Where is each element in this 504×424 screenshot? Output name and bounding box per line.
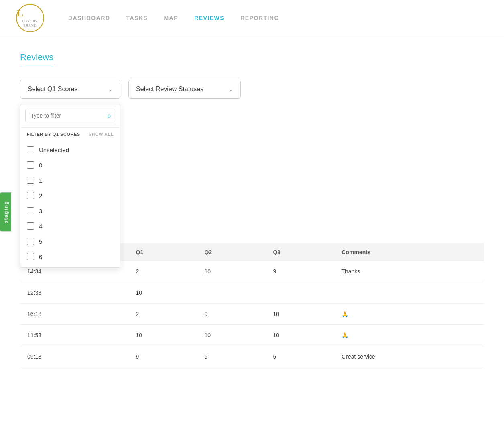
cell-q3: 6: [266, 346, 334, 367]
nav-link-map[interactable]: MAP: [164, 15, 178, 21]
logo-circle: L LUXURY BRAND: [16, 4, 44, 32]
table-row: 09:13 9 9 6 Great service: [20, 346, 484, 367]
table-row: 16:18 2 9 10 🙏: [20, 304, 484, 325]
checkbox-label-4: 4: [39, 223, 42, 230]
checkbox-label-6: 6: [39, 253, 42, 260]
nav-item-map[interactable]: MAP: [164, 14, 178, 22]
cell-q2: [197, 282, 266, 304]
logo: L LUXURY BRAND: [16, 4, 44, 32]
checkbox-item-4[interactable]: 4: [20, 218, 120, 234]
checkbox-unselected[interactable]: [27, 146, 34, 153]
cell-q1: 2: [129, 304, 197, 325]
cell-date: 09:13: [20, 346, 129, 367]
review-statuses-dropdown-button[interactable]: Select Review Statuses ⌄: [128, 80, 241, 99]
checkbox-label-3: 3: [39, 208, 42, 214]
checkbox-item-6[interactable]: 6: [20, 249, 120, 264]
nav-link-reviews[interactable]: REVIEWS: [194, 15, 224, 21]
cell-comments: Great service: [334, 346, 484, 367]
cell-comments: 🙏: [334, 325, 484, 346]
q1-scores-dropdown-label: Select Q1 Scores: [28, 86, 78, 93]
q1-chevron-down-icon: ⌄: [108, 86, 113, 92]
staging-badge: staging: [0, 193, 11, 232]
cell-q1: 2: [129, 261, 197, 282]
nav-link-tasks[interactable]: TASKS: [126, 15, 148, 21]
nav-item-reviews[interactable]: REVIEWS: [194, 14, 224, 22]
main-content: Reviews Select Q1 Scores ⌄ ⌕ FILTER BY Q…: [0, 36, 504, 383]
filter-header: FILTER BY Q1 SCORES SHOW ALL: [20, 128, 120, 141]
cell-q3: 10: [266, 325, 334, 346]
checkbox-1[interactable]: [27, 177, 34, 184]
filter-header-label: FILTER BY Q1 SCORES: [27, 132, 80, 137]
checkbox-item-unselected[interactable]: Unselected: [20, 142, 120, 157]
q1-filter-input[interactable]: [25, 109, 115, 122]
logo-text: LUXURY BRAND: [17, 20, 43, 27]
nav-link-reporting[interactable]: REPORTING: [240, 15, 279, 21]
logo-letter: L: [17, 8, 43, 19]
cell-date: 12:33: [20, 282, 129, 304]
cell-comments: [334, 282, 484, 304]
checkbox-item-3[interactable]: 3: [20, 203, 120, 218]
cell-q2: 9: [197, 346, 266, 367]
cell-q3: [266, 282, 334, 304]
nav-item-tasks[interactable]: TASKS: [126, 14, 148, 22]
cell-comments: 🙏: [334, 304, 484, 325]
checkbox-label-1: 1: [39, 177, 42, 184]
checkbox-label-0: 0: [39, 162, 42, 169]
cell-date: 11:53: [20, 325, 129, 346]
checkbox-item-1[interactable]: 1: [20, 173, 120, 188]
table-row: 12:33 10: [20, 282, 484, 304]
filters-row: Select Q1 Scores ⌄ ⌕ FILTER BY Q1 SCORES…: [20, 80, 484, 99]
cell-q1: 9: [129, 346, 197, 367]
table-row: 11:53 10 10 10 🙏: [20, 325, 484, 346]
checkbox-3[interactable]: [27, 207, 34, 214]
checkbox-label-unselected: Unselected: [39, 147, 69, 153]
cell-q3: 10: [266, 304, 334, 325]
nav-item-reporting[interactable]: REPORTING: [240, 14, 279, 22]
q1-scores-dropdown-button[interactable]: Select Q1 Scores ⌄: [20, 80, 120, 99]
cell-q2: 9: [197, 304, 266, 325]
checkbox-4[interactable]: [27, 222, 34, 230]
page-title: Reviews: [20, 52, 53, 67]
cell-q3: 9: [266, 261, 334, 282]
cell-comments: Thanks: [334, 261, 484, 282]
checkbox-6[interactable]: [27, 253, 34, 260]
review-statuses-dropdown-label: Select Review Statuses: [136, 86, 203, 93]
page-title-wrap: Reviews: [20, 52, 484, 67]
checkbox-2[interactable]: [27, 192, 34, 199]
review-statuses-chevron-down-icon: ⌄: [228, 86, 233, 92]
checkbox-0[interactable]: [27, 161, 34, 169]
checkbox-item-2[interactable]: 2: [20, 188, 120, 203]
cell-q1: 10: [129, 282, 197, 304]
cell-q2: 10: [197, 261, 266, 282]
checkbox-label-5: 5: [39, 238, 42, 245]
checkbox-5[interactable]: [27, 238, 34, 245]
col-header-comments: Comments: [334, 243, 484, 261]
cell-q2: 10: [197, 325, 266, 346]
checkbox-list: Unselected 0 1 2: [20, 141, 120, 267]
q1-scores-dropdown-panel: ⌕ FILTER BY Q1 SCORES SHOW ALL Unselecte…: [20, 104, 120, 268]
cell-date: 16:18: [20, 304, 129, 325]
q1-scores-filter: Select Q1 Scores ⌄ ⌕ FILTER BY Q1 SCORES…: [20, 80, 120, 99]
cell-q1: 10: [129, 325, 197, 346]
checkbox-item-0[interactable]: 0: [20, 157, 120, 173]
checkbox-item-5[interactable]: 5: [20, 234, 120, 249]
search-box: ⌕: [20, 104, 120, 128]
col-header-q2: Q2: [197, 243, 266, 261]
search-icon: ⌕: [107, 112, 111, 119]
show-all-button[interactable]: SHOW ALL: [89, 132, 114, 137]
nav-item-dashboard[interactable]: DASHBOARD: [68, 14, 110, 22]
nav-links: DASHBOARD TASKS MAP REVIEWS REPORTING: [68, 14, 279, 22]
col-header-q3: Q3: [266, 243, 334, 261]
navbar: L LUXURY BRAND DASHBOARD TASKS MAP REVIE…: [0, 0, 504, 36]
col-header-q1: Q1: [129, 243, 197, 261]
review-statuses-filter: Select Review Statuses ⌄: [128, 80, 241, 99]
checkbox-label-2: 2: [39, 192, 42, 199]
nav-link-dashboard[interactable]: DASHBOARD: [68, 15, 110, 21]
